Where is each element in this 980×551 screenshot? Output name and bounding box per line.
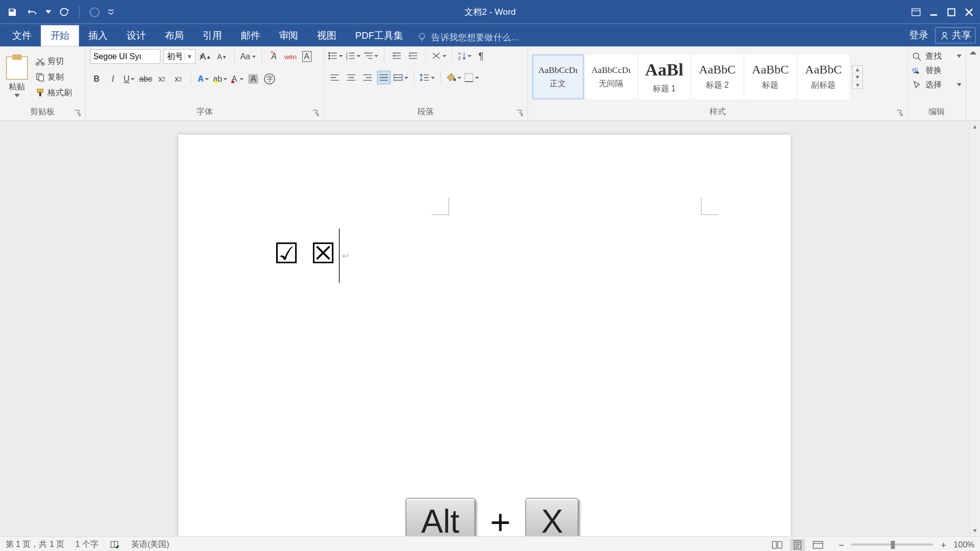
zoom-slider[interactable] (851, 543, 933, 545)
shading-button[interactable] (447, 71, 461, 85)
language-indicator[interactable]: 英语(美国) (131, 539, 169, 550)
tab-layout[interactable]: 布局 (155, 25, 193, 46)
scroll-up-button[interactable]: ▲ (970, 121, 980, 132)
style-item-1[interactable]: AaBbCcDı无间隔 (585, 55, 637, 99)
touch-mode-button[interactable] (86, 4, 103, 20)
print-layout-button[interactable] (790, 538, 805, 550)
bullets-button[interactable] (328, 49, 343, 63)
multilevel-list-button[interactable] (363, 49, 378, 63)
share-button[interactable]: 共享 (935, 27, 976, 43)
tab-design[interactable]: 设计 (117, 25, 155, 46)
paste-button[interactable]: 粘贴 (4, 57, 30, 97)
zoom-out-button[interactable]: − (837, 539, 846, 550)
gallery-scroll-down[interactable]: ▼ (853, 73, 863, 81)
font-dialog-launcher[interactable] (312, 110, 321, 118)
clipboard-dialog-launcher[interactable] (74, 110, 82, 118)
find-button[interactable]: 查找 (909, 49, 964, 63)
style-item-5[interactable]: AaBbC副标题 (798, 55, 849, 99)
font-size-combo[interactable]: ▼ (163, 49, 196, 64)
ribbon-display-options[interactable] (908, 4, 924, 20)
clear-formatting-button[interactable]: A✎ (267, 49, 281, 63)
proofing-button[interactable] (109, 540, 120, 549)
tab-home[interactable]: 开始 (41, 25, 79, 46)
paragraph-dialog-launcher[interactable] (517, 110, 525, 118)
document-content[interactable]: ☑ ☒↵ (274, 229, 352, 283)
copy-button[interactable]: 复制 (33, 70, 75, 84)
tell-me-search[interactable]: 告诉我您想要做什么... (412, 31, 524, 43)
borders-button[interactable] (464, 71, 479, 85)
phonetic-guide-button[interactable]: wén (284, 49, 298, 63)
tab-pdftools[interactable]: PDF工具集 (346, 25, 412, 46)
redo-button[interactable] (56, 4, 72, 20)
highlight-button[interactable]: ab (213, 72, 227, 86)
align-right-button[interactable] (361, 71, 375, 85)
select-button[interactable]: 选择 (909, 78, 964, 92)
tab-references[interactable]: 引用 (193, 25, 232, 46)
tab-review[interactable]: 审阅 (270, 25, 308, 46)
word-count[interactable]: 1 个字 (76, 539, 99, 550)
minimize-button[interactable] (925, 4, 942, 20)
style-item-3[interactable]: AaBbC标题 2 (692, 55, 743, 99)
collapse-ribbon-button[interactable] (966, 46, 980, 120)
read-mode-button[interactable] (770, 538, 785, 550)
login-link[interactable]: 登录 (909, 29, 928, 41)
zoom-level[interactable]: 100% (953, 540, 974, 549)
maximize-button[interactable] (943, 4, 960, 20)
character-shading-button[interactable]: A (247, 72, 260, 86)
web-layout-button[interactable] (811, 538, 825, 550)
gallery-expand[interactable]: ▾ (853, 81, 863, 88)
undo-dropdown[interactable] (45, 4, 52, 20)
undo-button[interactable] (24, 4, 41, 20)
distributed-button[interactable] (394, 71, 408, 85)
tab-mailings[interactable]: 邮件 (231, 25, 270, 46)
page[interactable] (178, 135, 791, 536)
text-effects-button[interactable]: A (197, 72, 210, 86)
vertical-scrollbar[interactable]: ▲ ▼ (969, 121, 980, 536)
tab-insert[interactable]: 插入 (79, 25, 117, 46)
justify-button[interactable] (377, 71, 391, 85)
sort-button[interactable]: AZ (458, 49, 472, 63)
tab-file[interactable]: 文件 (3, 25, 41, 46)
increase-indent-button[interactable] (406, 49, 420, 63)
align-center-button[interactable] (345, 71, 358, 85)
tab-view[interactable]: 视图 (308, 25, 346, 46)
subscript-button[interactable]: x2 (155, 72, 169, 86)
style-item-2[interactable]: AaBl标题 1 (639, 55, 690, 99)
numbering-button[interactable]: 123 (346, 49, 360, 63)
enclose-characters-button[interactable]: 字 (263, 72, 277, 86)
zoom-in-button[interactable]: + (939, 539, 948, 550)
replace-button[interactable]: ab 替换 (909, 63, 964, 78)
qat-customize[interactable] (107, 4, 115, 20)
align-left-button[interactable] (328, 71, 342, 85)
underline-button[interactable]: U (122, 72, 136, 86)
shrink-font-button[interactable]: A▼ (215, 49, 229, 63)
character-border-button[interactable]: A (300, 49, 314, 63)
show-marks-button[interactable]: ¶ (474, 49, 488, 63)
gallery-scroll-up[interactable]: ▲ (853, 66, 863, 73)
page-indicator[interactable]: 第 1 页，共 1 页 (6, 539, 65, 550)
italic-button[interactable]: I (106, 72, 120, 86)
grow-font-button[interactable]: A▲ (199, 49, 212, 63)
font-size-input[interactable] (164, 52, 184, 61)
styles-dialog-launcher[interactable] (896, 110, 904, 118)
scroll-down-button[interactable]: ▼ (970, 525, 980, 536)
font-size-dropdown[interactable]: ▼ (184, 53, 194, 60)
line-spacing-button[interactable] (420, 71, 435, 85)
superscript-button[interactable]: x2 (172, 72, 185, 86)
format-painter-button[interactable]: 格式刷 (33, 85, 75, 99)
change-case-button[interactable]: Aa (240, 49, 256, 63)
style-item-4[interactable]: AaBbC标题 (745, 55, 796, 99)
asian-layout-button[interactable] (431, 49, 446, 63)
cut-button[interactable]: 剪切 (33, 54, 75, 68)
strikethrough-button[interactable]: abc (139, 72, 153, 86)
font-color-button[interactable]: A (230, 72, 244, 86)
zoom-thumb[interactable] (891, 541, 895, 549)
styles-gallery[interactable]: AaBbCcDı正文AaBbCcDı无间隔AaBl标题 1AaBbC标题 2Aa… (532, 55, 849, 99)
close-button[interactable] (961, 4, 977, 20)
document-area[interactable]: ☑ ☒↵ Alt + X (0, 121, 980, 536)
style-item-0[interactable]: AaBbCcDı正文 (532, 55, 584, 99)
font-name-combo[interactable]: ▼ (90, 49, 161, 64)
bold-button[interactable]: B (90, 72, 104, 86)
save-button[interactable] (4, 4, 20, 20)
decrease-indent-button[interactable] (390, 49, 404, 63)
